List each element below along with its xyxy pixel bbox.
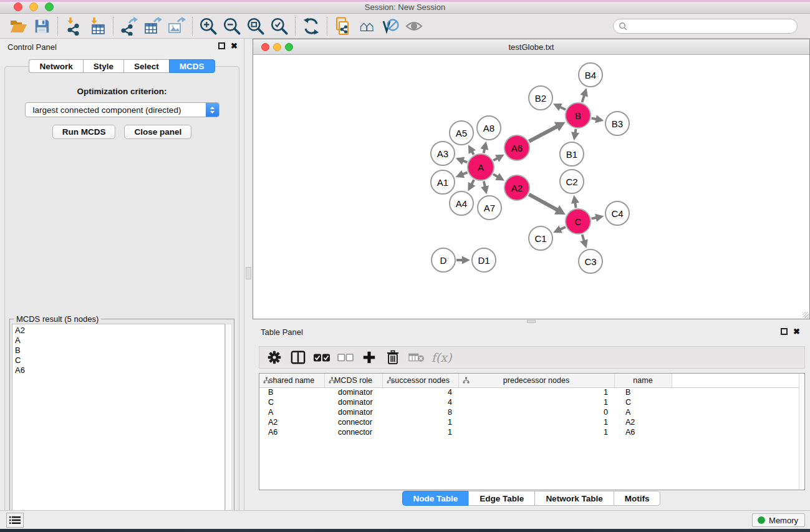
search-field[interactable]	[613, 19, 798, 34]
import-network-icon[interactable]	[62, 16, 85, 37]
tab-select[interactable]: Select	[123, 59, 169, 73]
table-cell[interactable]: 1	[458, 417, 614, 427]
show-column-panel-icon[interactable]	[288, 348, 308, 367]
close-table-panel-icon[interactable]: ✖	[793, 328, 800, 335]
network-overview-icon[interactable]	[331, 16, 355, 37]
tab-node-table[interactable]: Node Table	[402, 491, 469, 506]
graph-node-C2[interactable]: C2	[559, 169, 584, 194]
import-table-icon[interactable]	[85, 16, 109, 37]
table-cell[interactable]: dominator	[324, 407, 382, 417]
table-cell[interactable]: dominator	[324, 387, 382, 397]
delete-column-icon[interactable]	[383, 348, 403, 367]
graph-node-A5[interactable]: A5	[449, 120, 474, 145]
table-cell[interactable]: A2	[614, 417, 672, 427]
close-panel-button[interactable]: Close panel	[124, 125, 191, 139]
table-cell[interactable]: A6	[614, 427, 672, 437]
column-header-name[interactable]: name	[614, 374, 672, 387]
tab-network-table[interactable]: Network Table	[534, 491, 613, 506]
column-header-shared-name[interactable]: shared name	[259, 374, 324, 387]
open-session-icon[interactable]	[6, 16, 30, 37]
table-cell[interactable]: 1	[382, 427, 458, 437]
graph-node-C[interactable]: C	[565, 208, 591, 235]
tab-edge-table[interactable]: Edge Table	[468, 491, 534, 506]
tab-network[interactable]: Network	[29, 59, 82, 73]
zoom-selected-icon[interactable]	[268, 16, 291, 37]
table-cell[interactable]: 4	[382, 387, 458, 397]
table-cell[interactable]: C	[614, 397, 672, 407]
graph-node-A7[interactable]: A7	[477, 195, 502, 220]
table-cell[interactable]: 1	[458, 397, 614, 407]
list-item[interactable]: B	[15, 346, 222, 355]
zoom-fit-icon[interactable]	[244, 16, 268, 37]
graph-node-B4[interactable]: B4	[578, 62, 603, 87]
export-network-icon[interactable]	[117, 16, 141, 37]
graph-node-C1[interactable]: C1	[528, 226, 553, 251]
create-column-icon[interactable]	[359, 348, 379, 367]
resize-grip-icon[interactable]	[803, 312, 809, 318]
tab-style[interactable]: Style	[83, 59, 123, 73]
graph-edge[interactable]	[529, 195, 558, 211]
memory-button[interactable]: Memory	[752, 513, 805, 527]
graph-node-A8[interactable]: A8	[476, 115, 501, 140]
tab-mcds[interactable]: MCDS	[169, 59, 215, 73]
table-cell[interactable]: B	[259, 387, 324, 397]
task-history-button[interactable]	[6, 513, 24, 528]
list-item[interactable]: A6	[15, 365, 222, 375]
column-header-mcds-role[interactable]: MCDS role	[324, 374, 382, 387]
table-settings-gear-icon[interactable]	[264, 348, 284, 367]
table-cell[interactable]: dominator	[324, 397, 382, 407]
unselect-all-columns-icon[interactable]	[335, 348, 355, 367]
list-item[interactable]: A	[15, 336, 222, 346]
graph-node-A1[interactable]: A1	[430, 170, 455, 195]
graph-edge[interactable]	[529, 126, 557, 141]
table-cell[interactable]: A6	[259, 427, 324, 437]
graph-node-B2[interactable]: B2	[528, 85, 553, 110]
graph-node-B3[interactable]: B3	[605, 111, 630, 136]
refresh-view-icon[interactable]	[299, 16, 323, 37]
table-cell[interactable]: 4	[382, 397, 458, 407]
search-input[interactable]	[627, 22, 792, 31]
column-header-successor-nodes[interactable]: successor nodes	[382, 374, 458, 387]
table-cell[interactable]: C	[259, 397, 324, 407]
zoom-in-icon[interactable]	[196, 16, 220, 37]
optimization-criterion-dropdown[interactable]: largest connected component (directed)	[25, 102, 219, 117]
panel-splitter-handle[interactable]	[246, 267, 251, 279]
list-item[interactable]: C	[15, 355, 222, 365]
table-cell[interactable]: 1	[458, 427, 614, 437]
network-canvas[interactable]: AA1A2A3A4A5A6A7A8BB1B2B3B4CC1C2C3C4DD1	[253, 55, 809, 318]
graph-node-C4[interactable]: C4	[605, 201, 630, 226]
graph-node-A[interactable]: A	[467, 153, 494, 181]
float-panel-icon[interactable]	[218, 42, 225, 49]
graph-node-A4[interactable]: A4	[449, 191, 474, 216]
export-image-icon[interactable]	[165, 16, 188, 37]
graph-node-C3[interactable]: C3	[578, 249, 603, 274]
select-all-columns-icon[interactable]	[312, 348, 332, 367]
table-cell[interactable]: connector	[324, 427, 382, 437]
float-table-panel-icon[interactable]	[781, 328, 788, 335]
graph-node-B[interactable]: B	[565, 102, 591, 128]
table-cell[interactable]: A	[259, 407, 324, 417]
close-panel-icon[interactable]: ✖	[231, 42, 238, 49]
table-cell[interactable]: 0	[458, 407, 614, 417]
hide-graphics-details-icon[interactable]	[378, 16, 402, 37]
graph-node-D[interactable]: D	[431, 248, 456, 273]
table-cell[interactable]: A2	[259, 417, 324, 427]
run-mcds-button[interactable]: Run MCDS	[52, 125, 116, 139]
graph-node-A6[interactable]: A6	[504, 135, 530, 161]
column-header-predecessor-nodes[interactable]: predecessor nodes	[458, 374, 614, 387]
graph-node-B1[interactable]: B1	[559, 142, 584, 167]
table-cell[interactable]: 8	[382, 407, 458, 417]
graph-node-A3[interactable]: A3	[430, 141, 455, 166]
result-list-scrollbar[interactable]	[225, 324, 232, 528]
table-cell[interactable]: 1	[458, 387, 614, 397]
table-cell[interactable]: 1	[382, 417, 458, 427]
show-graphics-details-icon[interactable]	[402, 16, 426, 37]
save-session-icon[interactable]	[30, 16, 54, 37]
list-item[interactable]: A2	[15, 326, 222, 336]
table-scrollbar[interactable]	[799, 374, 804, 490]
graph-node-A2[interactable]: A2	[504, 175, 530, 201]
show-all-icon[interactable]: ⌂⌂	[355, 16, 378, 37]
table-cell[interactable]: A	[614, 407, 672, 417]
table-cell[interactable]: connector	[324, 417, 382, 427]
delete-table-icon[interactable]	[407, 348, 427, 367]
